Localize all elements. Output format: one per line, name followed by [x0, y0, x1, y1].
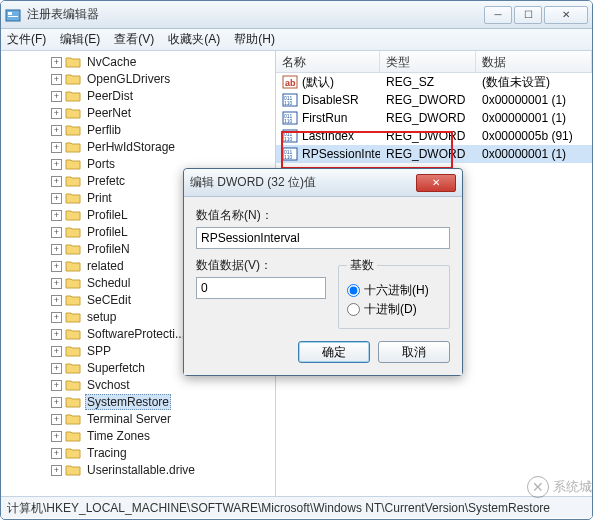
folder-icon — [65, 259, 81, 273]
tree-item[interactable]: +SystemRestore — [51, 394, 275, 410]
cell-data: 0x00000001 (1) — [476, 92, 592, 108]
folder-icon — [65, 463, 81, 477]
menu-edit[interactable]: 编辑(E) — [60, 31, 100, 48]
tree-item[interactable]: +Tracing — [51, 445, 275, 461]
expand-icon[interactable]: + — [51, 244, 62, 255]
expand-icon[interactable]: + — [51, 397, 62, 408]
window-title: 注册表编辑器 — [27, 6, 484, 23]
cell-name: RPSessionInter... — [302, 147, 380, 161]
expand-icon[interactable]: + — [51, 125, 62, 136]
menu-file[interactable]: 文件(F) — [7, 31, 46, 48]
titlebar[interactable]: 注册表编辑器 ─ ☐ ✕ — [1, 1, 592, 29]
col-name[interactable]: 名称 — [276, 51, 380, 72]
folder-icon — [65, 310, 81, 324]
list-row[interactable]: ab(默认)REG_SZ(数值未设置) — [276, 73, 592, 91]
folder-icon — [65, 327, 81, 341]
col-data[interactable]: 数据 — [476, 51, 592, 72]
svg-text:ab: ab — [285, 78, 296, 88]
expand-icon[interactable]: + — [51, 380, 62, 391]
radio-hex[interactable] — [347, 284, 360, 297]
expand-icon[interactable]: + — [51, 329, 62, 340]
expand-icon[interactable]: + — [51, 448, 62, 459]
list-row[interactable]: 011110DisableSRREG_DWORD0x00000001 (1) — [276, 91, 592, 109]
value-data-input[interactable] — [196, 277, 326, 299]
folder-icon — [65, 293, 81, 307]
tree-item-label: SPP — [85, 344, 113, 358]
tree-item[interactable]: +Svchost — [51, 377, 275, 393]
expand-icon[interactable]: + — [51, 159, 62, 170]
expand-icon[interactable]: + — [51, 278, 62, 289]
cell-type: REG_DWORD — [380, 128, 476, 144]
expand-icon[interactable]: + — [51, 431, 62, 442]
svg-rect-0 — [6, 10, 20, 21]
tree-item[interactable]: +PeerNet — [51, 105, 275, 121]
ok-button[interactable]: 确定 — [298, 341, 370, 363]
status-path: 计算机\HKEY_LOCAL_MACHINE\SOFTWARE\Microsof… — [7, 501, 550, 515]
tree-item-label: Schedul — [85, 276, 132, 290]
expand-icon[interactable]: + — [51, 210, 62, 221]
expand-icon[interactable]: + — [51, 414, 62, 425]
cell-data: 0x0000005b (91) — [476, 128, 592, 144]
cancel-button[interactable]: 取消 — [378, 341, 450, 363]
menu-view[interactable]: 查看(V) — [114, 31, 154, 48]
folder-icon — [65, 276, 81, 290]
folder-icon — [65, 429, 81, 443]
edit-dword-dialog: 编辑 DWORD (32 位)值 ✕ 数值名称(N)： 数值数据(V)： 基数 … — [183, 168, 463, 376]
tree-item[interactable]: +Userinstallable.drive — [51, 462, 275, 478]
dialog-close-button[interactable]: ✕ — [416, 174, 456, 192]
tree-item[interactable]: +Time Zones — [51, 428, 275, 444]
value-name-input[interactable] — [196, 227, 450, 249]
tree-item[interactable]: +Perflib — [51, 122, 275, 138]
tree-item[interactable]: +Terminal Server — [51, 411, 275, 427]
tree-item[interactable]: +OpenGLDrivers — [51, 71, 275, 87]
expand-icon[interactable]: + — [51, 193, 62, 204]
expand-icon[interactable]: + — [51, 295, 62, 306]
folder-icon — [65, 242, 81, 256]
cell-data: 0x00000001 (1) — [476, 146, 592, 162]
col-type[interactable]: 类型 — [380, 51, 476, 72]
close-button[interactable]: ✕ — [544, 6, 588, 24]
cell-type: REG_DWORD — [380, 146, 476, 162]
maximize-button[interactable]: ☐ — [514, 6, 542, 24]
expand-icon[interactable]: + — [51, 91, 62, 102]
tree-item[interactable]: +PeerDist — [51, 88, 275, 104]
expand-icon[interactable]: + — [51, 142, 62, 153]
value-icon: ab — [282, 74, 298, 90]
app-icon — [5, 7, 21, 23]
tree-item-label: ProfileN — [85, 242, 132, 256]
svg-text:110: 110 — [284, 154, 293, 160]
expand-icon[interactable]: + — [51, 57, 62, 68]
radio-dec[interactable] — [347, 303, 360, 316]
folder-icon — [65, 412, 81, 426]
tree-item[interactable]: +NvCache — [51, 54, 275, 70]
base-legend: 基数 — [347, 257, 377, 274]
folder-icon — [65, 72, 81, 86]
expand-icon[interactable]: + — [51, 261, 62, 272]
folder-icon — [65, 361, 81, 375]
tree-item-label: Ports — [85, 157, 117, 171]
list-row[interactable]: 011110FirstRunREG_DWORD0x00000001 (1) — [276, 109, 592, 127]
tree-item-label: related — [85, 259, 126, 273]
expand-icon[interactable]: + — [51, 227, 62, 238]
list-row[interactable]: 011110LastIndexREG_DWORD0x0000005b (91) — [276, 127, 592, 145]
list-row[interactable]: 011110RPSessionInter...REG_DWORD0x000000… — [276, 145, 592, 163]
folder-icon — [65, 174, 81, 188]
expand-icon[interactable]: + — [51, 74, 62, 85]
expand-icon[interactable]: + — [51, 346, 62, 357]
expand-icon[interactable]: + — [51, 363, 62, 374]
folder-icon — [65, 140, 81, 154]
cell-type: REG_SZ — [380, 74, 476, 90]
menu-favorites[interactable]: 收藏夹(A) — [168, 31, 220, 48]
expand-icon[interactable]: + — [51, 176, 62, 187]
minimize-button[interactable]: ─ — [484, 6, 512, 24]
expand-icon[interactable]: + — [51, 465, 62, 476]
tree-item[interactable]: +PerHwIdStorage — [51, 139, 275, 155]
value-icon: 011110 — [282, 146, 298, 162]
dialog-titlebar[interactable]: 编辑 DWORD (32 位)值 ✕ — [184, 169, 462, 197]
expand-icon[interactable]: + — [51, 108, 62, 119]
radio-dec-label: 十进制(D) — [364, 301, 417, 318]
tree-item-label: Userinstallable.drive — [85, 463, 197, 477]
value-data-label: 数值数据(V)： — [196, 257, 326, 274]
expand-icon[interactable]: + — [51, 312, 62, 323]
menu-help[interactable]: 帮助(H) — [234, 31, 275, 48]
